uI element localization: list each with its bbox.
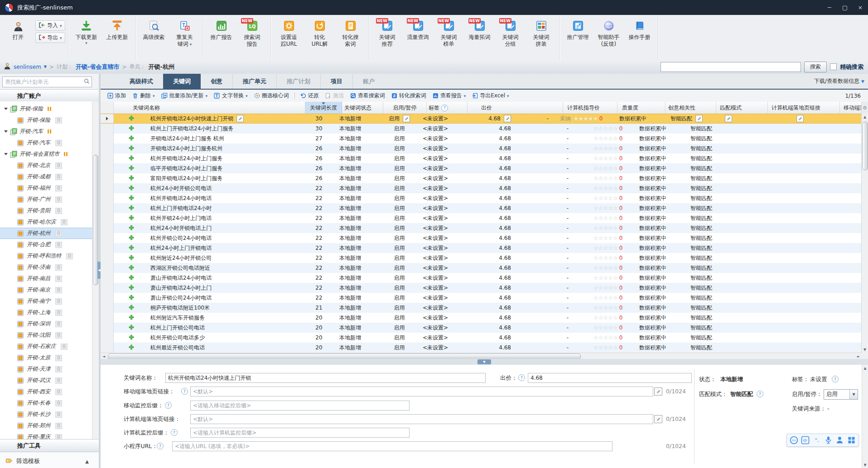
column-settings-gear-icon[interactable]: ⚙: [861, 102, 868, 114]
help-icon[interactable]: ?: [165, 402, 172, 409]
collapse-panel-button[interactable]: ▼: [477, 359, 491, 364]
tree-unit-item[interactable]: 开锁-贵阳0: [0, 205, 92, 216]
window-maximize-button[interactable]: ▢: [837, 0, 853, 15]
pc-suffix-input[interactable]: [190, 428, 410, 438]
tree-plan-item[interactable]: 开锁-汽车: [0, 126, 92, 137]
column-header-len[interactable]: 关键词长度: [305, 102, 342, 114]
expand-keyword-icon[interactable]: [129, 334, 134, 341]
expand-keyword-icon[interactable]: [129, 285, 134, 291]
table-row[interactable]: 杭州最近开锁公司电话20本地新增启用<未设置>4.68-☆☆☆☆☆0数据积累中智…: [101, 343, 862, 353]
table-row[interactable]: 杭州附近汽车开锁服务20本地新增启用<未设置>4.68-☆☆☆☆☆0数据积累中智…: [101, 313, 862, 323]
tree-unit-item[interactable]: 开锁-广州0: [0, 194, 92, 205]
action-查看报告[interactable]: 查看报告▾: [429, 90, 469, 102]
ribbon-button[interactable]: NEW海量拓词: [464, 17, 495, 43]
column-header-creative[interactable]: 创意相关性: [665, 102, 716, 114]
tree-unit-item[interactable]: 开锁-杭州0: [0, 228, 92, 239]
scroll-down-icon[interactable]: ▼: [862, 462, 868, 468]
action-删除[interactable]: 删除▾: [129, 90, 158, 102]
table-row[interactable]: 萧山开锁公司24小时电话22本地新增启用<未设置>4.68-☆☆☆☆☆0数据积累…: [101, 293, 862, 303]
tab-推广单元[interactable]: 推广单元: [232, 74, 276, 89]
table-row[interactable]: 萧山开锁电话24小时电话22本地新增启用<未设置>4.68-☆☆☆☆☆0数据积累…: [101, 273, 862, 283]
tree-unit-item[interactable]: 开锁-合肥0: [0, 239, 92, 250]
edit-cell-icon[interactable]: [725, 115, 732, 122]
tree-unit-item[interactable]: 开锁-长沙0: [0, 409, 92, 420]
action-转化搜索词[interactable]: 转化搜索词: [388, 90, 429, 102]
chevron-down-icon[interactable]: ▼: [44, 65, 47, 69]
action-查看搜索词[interactable]: 查看搜索词: [347, 90, 388, 102]
keyword-search-input[interactable]: [661, 62, 801, 72]
ribbon-button[interactable]: 转化URL解: [304, 17, 335, 49]
import-button[interactable]: 导入 ▾: [35, 20, 65, 31]
action-文字替换[interactable]: T文字替换▾: [211, 90, 251, 102]
pc-link-input[interactable]: [190, 414, 653, 424]
tree-unit-item[interactable]: 开锁-南宁0: [0, 296, 92, 307]
match-mode-value[interactable]: 智能匹配: [730, 389, 753, 399]
user-icon[interactable]: [835, 436, 844, 445]
action-导出Excel[interactable]: 导出Excel▾: [469, 90, 512, 102]
table-row[interactable]: 杭州上门开锁公司电话20本地新增启用<未设置>4.68-☆☆☆☆☆0数据积累中智…: [101, 323, 862, 333]
ribbon-button[interactable]: NEW流量查询: [403, 17, 434, 43]
tab-账户[interactable]: 账户: [352, 74, 385, 89]
table-row[interactable]: 萧山开锁电话24小时上门22本地新增启用<未设置>4.68-☆☆☆☆☆0数据积累…: [101, 283, 862, 293]
table-row[interactable]: 开锁电话24小时上门服务 杭州27本地新增启用<未设置>4.68-☆☆☆☆☆0数…: [101, 134, 862, 143]
expand-keyword-icon[interactable]: [129, 185, 134, 192]
adopt-link[interactable]: 采纳: [560, 115, 571, 123]
tab-创意[interactable]: 创意: [201, 74, 232, 89]
scroll-up-icon[interactable]: ▲: [862, 365, 868, 371]
expand-keyword-icon[interactable]: [129, 115, 134, 122]
expand-keyword-icon[interactable]: [129, 265, 134, 272]
table-row[interactable]: 富阳开锁电话24小时上门服务26本地新增启用<未设置>4.68-☆☆☆☆☆0数据…: [101, 173, 862, 183]
expand-arrow-icon[interactable]: [4, 108, 8, 110]
column-header-tag[interactable]: 标签?: [427, 102, 468, 114]
tree-unit-item[interactable]: 开锁-石家庄0: [0, 341, 92, 352]
ribbon-button[interactable]: 高级搜索: [139, 17, 169, 43]
sidebar-tools-header[interactable]: 推广工具: [0, 439, 99, 452]
tab-关键词[interactable]: 关键词: [163, 74, 201, 89]
help-icon[interactable]: ?: [181, 388, 188, 395]
ribbon-button[interactable]: 操作手册: [624, 17, 655, 43]
expand-keyword-icon[interactable]: [129, 245, 134, 252]
expand-arrow-icon[interactable]: [4, 130, 8, 133]
tree-unit-item[interactable]: 开锁-哈尔滨0: [0, 216, 92, 228]
expand-keyword-icon[interactable]: [129, 315, 134, 321]
tree-unit-item[interactable]: 开锁-太原0: [0, 352, 92, 363]
tree-unit-item[interactable]: 开锁-重庆0: [0, 431, 92, 439]
table-row[interactable]: 杭州开锁公司电话多少20本地新增启用<未设置>4.68-☆☆☆☆☆0数据积累中智…: [101, 333, 862, 343]
edit-link-icon[interactable]: [654, 387, 662, 396]
ribbon-button[interactable]: 重复关键词 ▾: [169, 17, 200, 49]
chinese-mode-icon[interactable]: 中: [801, 436, 810, 445]
table-row[interactable]: 杭州开锁电话24小时快速上门开锁30本地新增启用<未设置>4.68-采纳★★★★…: [101, 114, 862, 124]
scroll-up-icon[interactable]: ▲: [862, 114, 868, 120]
expand-keyword-icon[interactable]: [129, 145, 134, 152]
table-row[interactable]: 临平开锁电话24小时上门服务26本地新增启用<未设置>4.68-☆☆☆☆☆0数据…: [101, 163, 862, 173]
ribbon-button[interactable]: 转化搜索词: [335, 17, 366, 49]
expand-keyword-icon[interactable]: [129, 325, 134, 331]
expand-keyword-icon[interactable]: [129, 195, 134, 202]
enable-pause-select[interactable]: 启用 ▼: [824, 389, 858, 400]
help-icon[interactable]: ?: [171, 429, 178, 436]
horizontal-scrollbar[interactable]: ◄ ►: [101, 353, 862, 359]
keyword-name-input[interactable]: [165, 373, 486, 383]
table-row[interactable]: 杭州开锁24小时上门电话22本地新增启用<未设置>4.68-☆☆☆☆☆0数据积累…: [101, 213, 862, 223]
expand-keyword-icon[interactable]: [129, 225, 134, 232]
window-close-button[interactable]: ×: [853, 0, 868, 15]
scroll-left-icon[interactable]: ◄: [101, 353, 107, 359]
expand-keyword-icon[interactable]: [129, 165, 134, 172]
edit-cell-icon[interactable]: [695, 115, 703, 122]
expand-keyword-icon[interactable]: [129, 135, 134, 142]
tree-unit-item[interactable]: 开锁-汽车0: [0, 137, 92, 148]
tree-plan-item[interactable]: 开锁-省会直辖市: [0, 148, 92, 160]
column-header-name[interactable]: 关键词名称: [114, 102, 305, 114]
ribbon-button[interactable]: 设置追踪URL: [274, 17, 304, 49]
keyboard-grid-icon[interactable]: [847, 436, 856, 445]
table-row[interactable]: 杭州24小时开锁电话上门22本地新增启用<未设置>4.68-☆☆☆☆☆0数据积累…: [101, 223, 862, 233]
edit-cell-icon[interactable]: [504, 115, 511, 122]
tree-unit-item[interactable]: 开锁-济南0: [0, 262, 92, 273]
export-button[interactable]: 导出 ▾: [35, 33, 65, 43]
action-激活[interactable]: 激活: [322, 90, 347, 102]
search-button[interactable]: 搜索: [804, 62, 827, 72]
table-row[interactable]: 杭州上门开锁电话24小时上门服务30本地新增启用<未设置>4.68-☆☆☆☆☆0…: [101, 124, 862, 134]
table-row[interactable]: 杭州开锁电话24小时上门服务26本地新增启用<未设置>4.68-☆☆☆☆☆0数据…: [101, 153, 862, 163]
punctuation-icon[interactable]: °,: [812, 436, 821, 445]
expand-keyword-icon[interactable]: [129, 175, 134, 182]
